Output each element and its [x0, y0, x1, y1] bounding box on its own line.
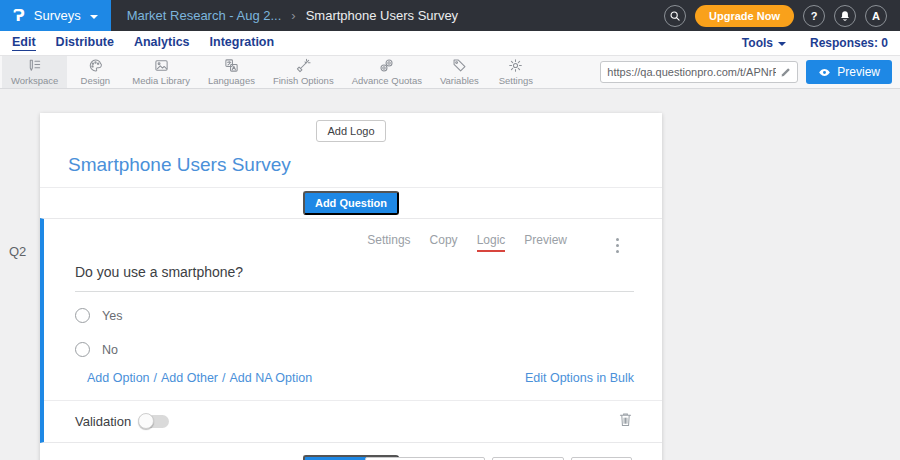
survey-card: Add Logo Smartphone Users Survey Add Que…	[40, 113, 662, 460]
add-question-button-top[interactable]: Add Question	[303, 191, 399, 215]
toolbar-item-label: Workspace	[11, 75, 58, 86]
toolbar-item-label: Media Library	[132, 75, 190, 86]
toolbar-item-label: Finish Options	[273, 75, 334, 86]
search-icon	[669, 10, 681, 22]
ellipsis-icon	[616, 238, 619, 241]
link-separator: /	[222, 371, 225, 385]
radio-button[interactable]	[75, 308, 90, 323]
upgrade-now-button[interactable]: Upgrade Now	[695, 5, 794, 27]
workspace-icon	[27, 58, 42, 73]
edit-options-in-bulk-link[interactable]: Edit Options in Bulk	[525, 371, 634, 385]
topbar-actions: Upgrade Now ? A	[664, 5, 900, 27]
toolbar-item-finish-options[interactable]: Finish Options	[264, 56, 343, 88]
toolbar-item-label: Languages	[208, 75, 255, 86]
nav-right: Tools Responses: 0	[742, 36, 888, 50]
toolbar-item-workspace[interactable]: Workspace	[2, 56, 67, 88]
add-option-link[interactable]: Add Option	[87, 371, 150, 385]
translate-icon	[224, 58, 239, 73]
top-bar: Ɂ Surveys Market Research - Aug 2... › S…	[0, 0, 900, 31]
wand-icon	[296, 58, 311, 73]
option-label[interactable]: Yes	[102, 309, 122, 323]
notifications-button[interactable]	[834, 5, 856, 27]
toolbar-item-settings[interactable]: Settings	[488, 56, 544, 88]
toolbar-right: https://qa.questionpro.com/t/APNrFZgQ Pr…	[600, 56, 900, 88]
tab-distribute[interactable]: Distribute	[56, 35, 114, 51]
answer-option-row: No	[75, 342, 662, 357]
image-icon	[154, 58, 169, 73]
add-other-link[interactable]: Add Other	[161, 371, 218, 385]
validation-label: Validation	[75, 414, 131, 429]
answer-options: Yes No	[75, 308, 662, 357]
question-tab-logic[interactable]: Logic	[477, 233, 506, 252]
surveys-menu-label: Surveys	[34, 8, 81, 23]
question-number: Q2	[9, 244, 26, 259]
toolbar-item-label: Design	[81, 75, 111, 86]
survey-url-field[interactable]: https://qa.questionpro.com/t/APNrFZgQ	[600, 61, 798, 83]
breadcrumb-current: Smartphone Users Survey	[306, 8, 458, 23]
option-links-row: Add Option / Add Other / Add NA Option E…	[87, 371, 634, 385]
responses-count[interactable]: Responses: 0	[810, 36, 888, 50]
radio-button[interactable]	[75, 342, 90, 357]
toolbar-item-label: Variables	[440, 75, 479, 86]
delete-question-button[interactable]	[619, 412, 632, 431]
workspace-area: Q2 Add Logo Smartphone Users Survey Add …	[0, 89, 900, 460]
edit-pencil-icon[interactable]	[780, 67, 791, 78]
breadcrumb-parent[interactable]: Market Research - Aug 2...	[127, 8, 282, 23]
toolbar-item-variables[interactable]: Variables	[431, 56, 488, 88]
tools-menu[interactable]: Tools	[742, 36, 786, 50]
nav-tabs: Edit Distribute Analytics Integration	[12, 35, 274, 51]
preview-button[interactable]: Preview	[806, 60, 892, 84]
chain-links-icon	[379, 58, 394, 73]
answer-option-row: Yes	[75, 308, 662, 323]
gear-icon	[508, 58, 523, 73]
trash-icon	[619, 412, 632, 427]
toolbar-item-advance-quotas[interactable]: Advance Quotas	[343, 56, 431, 88]
toolbar-item-design[interactable]: Design	[67, 56, 123, 88]
question-tabs: Settings Copy Logic Preview	[44, 219, 662, 256]
option-label[interactable]: No	[102, 343, 118, 357]
toolbar-item-label: Advance Quotas	[352, 75, 422, 86]
toolbar-item-label: Settings	[499, 75, 533, 86]
tag-icon	[452, 58, 467, 73]
tab-integration[interactable]: Integration	[210, 35, 275, 51]
question-tab-preview[interactable]: Preview	[524, 233, 567, 252]
caret-down-icon	[778, 42, 786, 46]
block-footer: Add Question Remove Page Break Separator…	[40, 443, 662, 460]
question-mark-icon: ?	[811, 10, 818, 22]
question-menu-button[interactable]	[614, 236, 621, 255]
toolbar-item-languages[interactable]: Languages	[199, 56, 264, 88]
eye-icon	[818, 66, 831, 79]
survey-url-text: https://qa.questionpro.com/t/APNrFZgQ	[607, 66, 776, 78]
question-text[interactable]: Do you use a smartphone?	[75, 264, 634, 292]
question-block: Settings Copy Logic Preview Do you use a…	[40, 218, 662, 443]
palette-icon	[88, 58, 103, 73]
toolbar-item-media-library[interactable]: Media Library	[123, 56, 199, 88]
validation-row: Validation	[44, 401, 662, 434]
add-na-option-link[interactable]: Add NA Option	[230, 371, 313, 385]
caret-down-icon	[90, 15, 98, 19]
validation-toggle[interactable]	[140, 415, 169, 428]
tab-analytics[interactable]: Analytics	[134, 35, 190, 51]
avatar[interactable]: A	[865, 5, 887, 27]
avatar-initial: A	[872, 10, 880, 22]
tools-label: Tools	[742, 36, 773, 50]
add-logo-button[interactable]: Add Logo	[316, 120, 385, 142]
editor-toolbar: Workspace Design Media Library Languages…	[0, 56, 900, 89]
search-button[interactable]	[664, 5, 686, 27]
surveys-app-menu[interactable]: Ɂ Surveys	[0, 0, 111, 31]
toggle-knob	[138, 413, 154, 429]
survey-title[interactable]: Smartphone Users Survey	[40, 142, 662, 187]
questionpro-logo-icon: Ɂ	[13, 7, 25, 25]
bell-icon	[839, 10, 851, 22]
link-separator: /	[154, 371, 157, 385]
breadcrumb: Market Research - Aug 2... › Smartphone …	[127, 8, 458, 23]
question-tab-settings[interactable]: Settings	[367, 233, 410, 252]
breadcrumb-separator-icon: ›	[291, 8, 295, 23]
section-nav: Edit Distribute Analytics Integration To…	[0, 31, 900, 56]
preview-label: Preview	[837, 65, 880, 79]
tab-edit[interactable]: Edit	[12, 35, 36, 51]
help-button[interactable]: ?	[803, 5, 825, 27]
question-tab-copy[interactable]: Copy	[430, 233, 458, 252]
